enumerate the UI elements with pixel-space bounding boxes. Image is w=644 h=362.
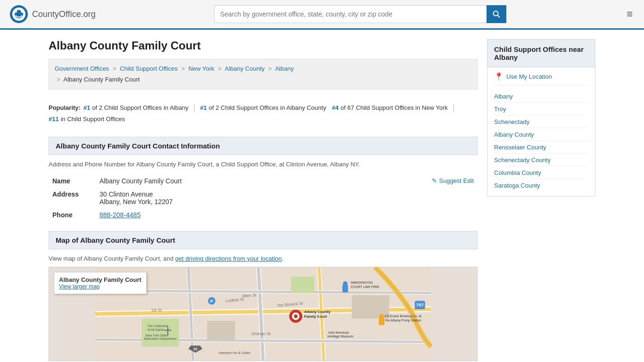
- svg-text:Irish American: Irish American: [329, 330, 349, 334]
- content-area: Albany County Family Court Government Of…: [49, 39, 478, 361]
- svg-text:1st St: 1st St: [151, 308, 162, 313]
- breadcrumb-link-gov[interactable]: Government Offices: [55, 65, 109, 72]
- sidebar-link-schenectady[interactable]: Schenectady: [494, 118, 529, 125]
- svg-text:P: P: [210, 298, 214, 304]
- svg-line-6: [497, 16, 500, 18]
- svg-text:Family Court: Family Court: [304, 314, 327, 319]
- pop-item-1: #1 of 2 Child Support Offices in Albany: [83, 104, 189, 111]
- contact-section-header: Albany County Family Court Contact Infor…: [49, 137, 478, 155]
- svg-text:32: 32: [193, 347, 198, 351]
- list-item: Schenectady: [494, 115, 588, 128]
- svg-rect-27: [342, 285, 348, 292]
- svg-text:New York State: New York State: [146, 333, 168, 337]
- location-pin-icon: 📍: [494, 72, 504, 81]
- breadcrumb-link-albany[interactable]: Albany: [275, 65, 294, 72]
- search-area: [214, 5, 506, 23]
- svg-text:Education Department: Education Department: [144, 337, 177, 341]
- header-right: ≡: [625, 6, 635, 22]
- site-header: CountyOffice.org ≡: [0, 0, 644, 30]
- sidebar-link-columbia-county[interactable]: Columbia County: [494, 169, 541, 176]
- svg-text:of All Saints: of All Saints: [147, 328, 165, 331]
- list-item: Rensselaer County: [494, 141, 588, 154]
- address-value: 30 Clinton Avenue Albany, New York, 1220…: [96, 188, 478, 208]
- svg-text:The Cathedral: The Cathedral: [147, 324, 168, 328]
- suggest-edit-icon: ✎: [432, 177, 437, 184]
- svg-text:COURT LAW FIRM: COURT LAW FIRM: [351, 285, 379, 288]
- logo[interactable]: CountyOffice.org: [9, 5, 96, 24]
- suggest-edit-button[interactable]: ✎ Suggest Edit: [432, 177, 474, 184]
- svg-text:CH Evans Brewing Co. at: CH Evans Brewing Co. at: [384, 314, 421, 318]
- breadcrumb-link-child-support[interactable]: Child Support Offices: [120, 65, 178, 72]
- pop-item-3: #4 of 67 Child Support Offices in New Yo…: [332, 104, 448, 111]
- svg-text:Albany County: Albany County: [304, 310, 330, 314]
- map-container[interactable]: Albany County Family Court View larger m…: [49, 267, 478, 361]
- sidebar-link-saratoga-county[interactable]: Saratoga County: [494, 182, 540, 189]
- search-button[interactable]: [487, 5, 506, 23]
- sidebar-list: Albany Troy Schenectady Albany County Re…: [494, 90, 588, 191]
- svg-point-4: [21, 10, 24, 13]
- list-item: Albany: [494, 90, 588, 103]
- svg-point-26: [294, 314, 297, 318]
- svg-text:IMMIGRATION: IMMIGRATION: [351, 280, 372, 284]
- list-item: Columbia County: [494, 166, 588, 179]
- breadcrumb-sep-3: >: [218, 65, 222, 72]
- breadcrumb-link-ny[interactable]: New York: [189, 65, 215, 72]
- table-row-name: Name Albany County Family Court ✎ Sugges…: [49, 174, 478, 188]
- main-container: Albany County Family Court Government Of…: [39, 30, 605, 362]
- breadcrumb-sep-4: >: [268, 65, 272, 72]
- sidebar-title: Child Support Offices near Albany: [487, 39, 595, 67]
- logo-text: CountyOffice.org: [32, 9, 96, 19]
- sidebar-link-rensselaer-county[interactable]: Rensselaer County: [494, 144, 546, 151]
- page-title: Albany County Family Court: [49, 39, 478, 52]
- name-label: Name: [49, 174, 96, 188]
- breadcrumb-sep-1: >: [113, 65, 116, 72]
- map-popup: Albany County Family Court View larger m…: [54, 272, 147, 294]
- breadcrumb: Government Offices > Child Support Offic…: [49, 59, 478, 90]
- table-row-phone: Phone 888-208-4485: [49, 208, 478, 222]
- popularity-bar: Popularity: #1 of 2 Child Support Office…: [49, 98, 478, 127]
- pop-item-4: #11 in Child Support Offices: [49, 115, 125, 123]
- menu-button[interactable]: ≡: [625, 6, 635, 22]
- svg-text:Heritage Museum: Heritage Museum: [328, 335, 354, 338]
- contact-info-table: Name Albany County Family Court ✎ Sugges…: [49, 174, 478, 222]
- phone-link[interactable]: 888-208-4485: [99, 211, 140, 219]
- use-location-link[interactable]: Use My Location: [506, 73, 552, 80]
- address-label: Address: [49, 188, 96, 208]
- svg-point-5: [493, 11, 498, 16]
- breadcrumb-sep-5: >: [57, 76, 60, 83]
- popularity-label: Popularity:: [49, 104, 81, 111]
- svg-text:Orange St: Orange St: [251, 331, 271, 336]
- breadcrumb-link-albany-county[interactable]: Albany County: [225, 65, 265, 72]
- sidebar-link-schenectady-county[interactable]: Schenectady County: [494, 156, 551, 164]
- sidebar-content: 📍 Use My Location Albany Troy Schenectad…: [487, 67, 595, 197]
- svg-text:Hampton Inn & Suites: Hampton Inn & Suites: [219, 351, 251, 355]
- sidebar-link-albany-county[interactable]: Albany County: [494, 131, 534, 138]
- svg-point-30: [380, 314, 384, 319]
- pop-divider-1: |: [193, 103, 196, 113]
- view-larger-map-link[interactable]: View larger map: [59, 283, 99, 290]
- sidebar-link-albany[interactable]: Albany: [494, 93, 513, 100]
- svg-text:the Albany Pump Station: the Albany Pump Station: [385, 319, 421, 322]
- svg-rect-20: [142, 319, 179, 346]
- phone-label: Phone: [49, 208, 96, 222]
- svg-rect-29: [379, 318, 385, 325]
- search-input[interactable]: [214, 5, 487, 23]
- logo-icon: [9, 5, 28, 24]
- svg-point-3: [14, 10, 17, 13]
- name-value: Albany County Family Court ✎ Suggest Edi…: [96, 174, 478, 188]
- svg-rect-22: [207, 321, 235, 340]
- pop-item-2: #1 of 2 Child Support Offices in Albany …: [200, 104, 326, 111]
- map-popup-title: Albany County Family Court: [59, 276, 141, 283]
- list-item: Albany County: [494, 128, 588, 141]
- svg-text:787: 787: [416, 302, 424, 307]
- sidebar: Child Support Offices near Albany 📍 Use …: [487, 39, 595, 361]
- list-item: Schenectady County: [494, 154, 588, 166]
- svg-point-28: [343, 281, 347, 286]
- contact-description: Address and Phone Number for Albany Coun…: [49, 161, 478, 168]
- use-location-row: 📍 Use My Location: [494, 72, 588, 85]
- list-item: Saratoga County: [494, 179, 588, 191]
- driving-directions-link[interactable]: get driving directions from your locatio…: [175, 255, 282, 262]
- map-section-header: Map of Albany County Family Court: [49, 231, 478, 249]
- breadcrumb-current: Albany County Family Court: [64, 76, 140, 83]
- sidebar-link-troy[interactable]: Troy: [494, 106, 506, 113]
